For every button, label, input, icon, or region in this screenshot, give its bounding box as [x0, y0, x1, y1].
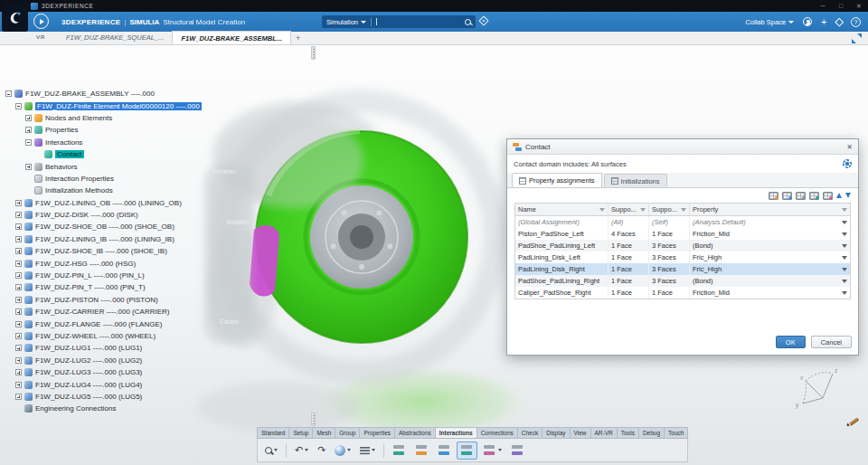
columns-icon[interactable]: [809, 192, 819, 200]
minimize-button[interactable]: ─: [814, 3, 832, 9]
tree-expander-icon[interactable]: [15, 272, 22, 279]
maximize-button[interactable]: □: [832, 3, 850, 9]
filter-icon[interactable]: [681, 208, 686, 212]
tree-expander-icon[interactable]: [15, 308, 22, 315]
property-cell[interactable]: (Bond): [689, 240, 850, 251]
tree-item[interactable]: F1W_DUZ-LUG4 ----.000 (LUG4): [5, 378, 202, 390]
tree-item[interactable]: Properties: [5, 124, 202, 136]
contact-table-row[interactable]: (Global Assignment) (All) (Self) (Analys…: [515, 216, 850, 228]
model-label-rotation[interactable]: Rotation: [227, 219, 250, 225]
tree-item[interactable]: F1W_DUZ-Finite Element Model00000120 ---…: [5, 100, 202, 111]
column-header-name[interactable]: Name: [515, 204, 608, 215]
tree-expander-icon[interactable]: [15, 333, 22, 339]
tree-expander-icon[interactable]: [15, 369, 22, 375]
collab-space-select[interactable]: Collab Space: [745, 18, 794, 26]
search-icon[interactable]: [465, 19, 471, 25]
property-cell[interactable]: (Analysis Default): [689, 216, 850, 228]
tree-item[interactable]: Initialization Methods: [5, 185, 202, 196]
ribbon-tab[interactable]: Interactions: [435, 427, 476, 439]
close-button[interactable]: ✕: [850, 3, 868, 10]
ribbon-tab[interactable]: AR-VR: [590, 427, 617, 439]
tree-expander-icon[interactable]: [15, 382, 22, 388]
tree-expander-icon[interactable]: [15, 297, 22, 303]
tree-expander-icon[interactable]: [15, 394, 22, 400]
tree-item[interactable]: F1W_DUZ-LUG5 ----.000 (LUG5): [5, 391, 202, 403]
ribbon-tab[interactable]: Touch: [664, 427, 688, 439]
filter-icon[interactable]: [842, 208, 847, 212]
general-contact-tool[interactable]: [411, 441, 432, 460]
tree-expander-icon[interactable]: [15, 223, 22, 230]
tree-item[interactable]: Nodes and Elements: [5, 112, 202, 124]
view-compass[interactable]: [803, 373, 833, 403]
tree-expander-icon[interactable]: [25, 164, 32, 170]
edit-table-icon[interactable]: [782, 192, 792, 200]
filter-table-icon[interactable]: [796, 192, 806, 200]
tree-item[interactable]: F1W_DUZ-SHOE_IB ----.000 (SHOE_IB): [5, 245, 202, 257]
document-tab[interactable]: F1W_DUZ-BRAKE_SQUEAL_...: [58, 31, 172, 44]
ribbon-tab[interactable]: Connections: [476, 427, 517, 439]
tree-item[interactable]: F1W_DUZ-PISTON ----.000 (PISTON): [5, 294, 202, 306]
help-button[interactable]: ?: [851, 17, 861, 27]
property-cell[interactable]: Fric_High: [689, 263, 850, 275]
tree-expander-icon[interactable]: [15, 236, 22, 242]
expand-view-icon[interactable]: [852, 33, 862, 43]
dropdown-caret-icon[interactable]: [842, 280, 847, 283]
undo-button[interactable]: ↶: [291, 441, 312, 460]
search-tool[interactable]: [261, 441, 281, 460]
tree-expander-icon[interactable]: [15, 345, 22, 351]
tree-expander-icon[interactable]: [25, 115, 32, 121]
tree-expander-icon[interactable]: [15, 284, 22, 290]
ribbon-tab[interactable]: Standard: [257, 427, 288, 439]
display-mode-button[interactable]: [331, 441, 354, 460]
tree-expander-icon[interactable]: [15, 200, 22, 206]
contact-table-row[interactable]: PadShoe_PadLining_Left 1 Face 3 Faces (B…: [515, 240, 850, 251]
ribbon-tab[interactable]: Group: [335, 427, 359, 439]
initialization-tool[interactable]: [507, 441, 528, 460]
compass-logo-icon[interactable]: [2, 2, 28, 32]
column-header-property[interactable]: Property: [689, 204, 850, 215]
tree-item[interactable]: F1W_DUZ-LUG3 ----.000 (LUG3): [5, 366, 202, 378]
property-cell[interactable]: Fric_High: [689, 251, 850, 263]
dropdown-caret-icon[interactable]: [842, 232, 847, 236]
dropdown-caret-icon[interactable]: [842, 244, 847, 248]
filter-icon[interactable]: [640, 208, 646, 212]
tree-item[interactable]: F1W_DUZ-LINING_OB ----.000 (LINING_OB): [5, 197, 202, 209]
dialog-close-button[interactable]: ✕: [846, 143, 853, 151]
tree-item[interactable]: Interactions: [5, 137, 202, 148]
dropdown-caret-icon[interactable]: [842, 221, 847, 224]
tree-item[interactable]: F1W_DUZ-WHEEL ----.000 (WHEEL): [5, 330, 202, 342]
ribbon-tab[interactable]: Abstractions: [394, 427, 435, 439]
contact-table-row[interactable]: PadLining_Disk_Left 1 Face 3 Faces Fric_…: [515, 251, 850, 263]
tree-expander-icon[interactable]: [15, 103, 22, 109]
dialog-tab[interactable]: Initializations: [604, 174, 667, 187]
ribbon-tab[interactable]: Setup: [288, 427, 312, 439]
property-cell[interactable]: (Bond): [689, 275, 850, 287]
user-icon[interactable]: [803, 17, 812, 26]
ribbon-tab[interactable]: Mesh: [312, 427, 335, 439]
tree-item[interactable]: F1W_DUZ-PIN_T ----.000 (PIN_T): [5, 281, 202, 293]
contact-pair-tool[interactable]: [434, 441, 455, 460]
ok-button[interactable]: OK: [776, 336, 806, 348]
tree-expander-icon[interactable]: [25, 127, 32, 133]
tree-expander-icon[interactable]: [15, 357, 22, 364]
tree-item[interactable]: Interaction Properties: [5, 173, 202, 185]
contact-table-row[interactable]: PadShoe_PadLining_Right 1 Face 3 Faces (…: [515, 275, 850, 287]
brake-pad-lining[interactable]: [250, 225, 279, 297]
model-label-cardan[interactable]: Cardan: [220, 318, 240, 325]
contact-table-row[interactable]: PadLining_Disk_Right 1 Face 3 Faces Fric…: [515, 263, 850, 275]
move-down-icon[interactable]: [845, 193, 851, 198]
tree-expander-icon[interactable]: [25, 139, 32, 146]
share-icon[interactable]: [835, 17, 843, 25]
model-label-retainer[interactable]: Retainer: [213, 168, 236, 175]
redo-button[interactable]: ↷: [314, 441, 329, 460]
tree-expander-icon[interactable]: [15, 321, 22, 327]
tree-expander-icon[interactable]: [5, 90, 12, 97]
column-header-support2[interactable]: Suppo...: [648, 204, 689, 215]
tree-item[interactable]: F1W_DUZ-LINING_IB ----.000 (LINING_IB): [5, 233, 202, 245]
property-cell[interactable]: Friction_Mid: [689, 228, 850, 240]
dropdown-caret-icon[interactable]: [842, 256, 847, 260]
contact-tool[interactable]: [457, 441, 477, 460]
column-header-support1[interactable]: Suppo...: [608, 204, 648, 215]
ribbon-tab[interactable]: Check: [517, 427, 542, 439]
annotate-pencil-icon[interactable]: [846, 414, 861, 429]
